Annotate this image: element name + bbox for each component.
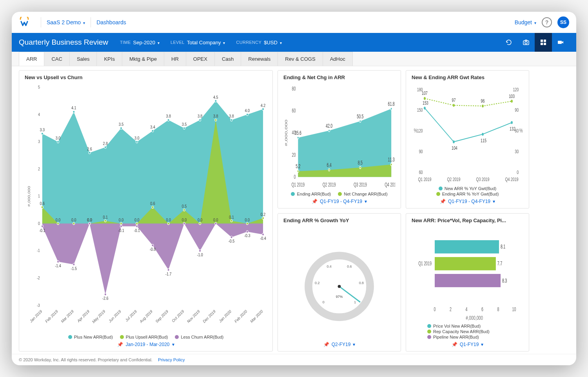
svg-point-36 xyxy=(183,127,185,129)
card-title: New ARR: Price*Vol, Rep Capacity, Pi... xyxy=(412,218,523,223)
level-selector[interactable]: LEVEL Total Company xyxy=(171,40,225,45)
svg-text:Q1 2019: Q1 2019 xyxy=(418,177,431,182)
svg-text:90: 90 xyxy=(419,149,423,154)
svg-text:-0.4: -0.4 xyxy=(260,236,266,241)
svg-point-96 xyxy=(183,222,185,225)
range-selector[interactable]: 📌Q1-FY19 - Q4-FY19▾ xyxy=(283,199,395,204)
help-icon[interactable]: ? xyxy=(542,17,552,27)
svg-text:0.6: 0.6 xyxy=(347,265,352,268)
svg-point-56 xyxy=(104,220,106,222)
privacy-link[interactable]: Privacy Policy xyxy=(158,357,185,362)
svg-point-28 xyxy=(120,127,122,129)
svg-text:Q3 2019: Q3 2019 xyxy=(476,177,490,182)
svg-text:Feb 2019: Feb 2019 xyxy=(45,309,58,324)
svg-point-68 xyxy=(199,222,201,225)
currency-selector[interactable]: CURRENCY $USD xyxy=(236,40,281,45)
grid-icon[interactable] xyxy=(535,33,552,52)
card-title: New & Ending ARR Gwt Rates xyxy=(412,74,523,80)
range-selector[interactable]: 📌Jan-2019 - Mar-2020▾ xyxy=(25,342,267,347)
svg-point-129 xyxy=(297,136,299,139)
breadcrumb-dashboards[interactable]: Dashboards xyxy=(96,19,126,25)
range-selector[interactable]: 📌Q1-FY19 - Q4-FY19▾ xyxy=(412,199,523,204)
svg-point-88 xyxy=(120,225,122,227)
card-title: New vs Upsell vs Churn xyxy=(25,74,267,80)
budget-selector[interactable]: Budget xyxy=(515,19,536,25)
svg-text:0.4: 0.4 xyxy=(327,265,331,268)
svg-text:Sep 2019: Sep 2019 xyxy=(155,309,169,324)
svg-point-90 xyxy=(136,225,138,227)
svg-text:150: 150 xyxy=(417,107,423,113)
svg-text:2: 2 xyxy=(38,167,40,171)
tab-arr[interactable]: ARR xyxy=(19,52,44,66)
svg-point-137 xyxy=(297,170,299,172)
svg-text:153: 153 xyxy=(423,100,428,105)
svg-text:-1.5: -1.5 xyxy=(71,266,77,271)
svg-text:Q2 2019: Q2 2019 xyxy=(323,182,336,187)
svg-text:6.4: 6.4 xyxy=(327,162,332,168)
svg-point-72 xyxy=(230,220,232,222)
svg-text:4: 4 xyxy=(465,306,467,312)
tab-hr[interactable]: HR xyxy=(164,52,186,66)
legend: Ending ARR(Bud) Net Change ARR(Bud) xyxy=(283,192,395,196)
svg-text:Q4 2019: Q4 2019 xyxy=(505,177,519,182)
svg-point-161 xyxy=(424,107,426,109)
svg-text:3.5: 3.5 xyxy=(119,122,124,127)
svg-text:Q2 2019: Q2 2019 xyxy=(447,177,460,182)
svg-point-78 xyxy=(41,225,43,227)
tab-mktg-pipe[interactable]: Mktg & Pipe xyxy=(122,52,164,66)
tab-cash[interactable]: Cash xyxy=(214,52,241,66)
svg-text:-0.1: -0.1 xyxy=(118,228,124,233)
svg-text:0.2: 0.2 xyxy=(261,212,265,217)
svg-text:8.1: 8.1 xyxy=(501,243,505,249)
svg-text:0: 0 xyxy=(323,300,325,304)
camera-icon[interactable] xyxy=(517,33,535,52)
svg-text:8.5: 8.5 xyxy=(358,160,363,165)
svg-text:May 2019: May 2019 xyxy=(91,309,106,324)
svg-text:3.3: 3.3 xyxy=(40,127,45,132)
svg-text:42.0: 42.0 xyxy=(326,123,332,129)
time-selector[interactable]: TIME Sep-2020 xyxy=(120,40,160,45)
svg-text:-3: -3 xyxy=(37,303,40,308)
video-icon[interactable] xyxy=(552,33,569,52)
svg-text:Apr 2019: Apr 2019 xyxy=(76,309,90,323)
svg-point-38 xyxy=(199,119,201,121)
refresh-icon[interactable] xyxy=(500,33,517,52)
tab-rev-cogs[interactable]: Rev & COGS xyxy=(278,52,323,66)
svg-text:-1.4: -1.4 xyxy=(55,263,61,268)
svg-rect-191 xyxy=(435,240,499,254)
svg-point-94 xyxy=(167,269,169,271)
tab-sales[interactable]: Sales xyxy=(69,52,97,66)
svg-text:3.4: 3.4 xyxy=(150,125,155,129)
svg-rect-2 xyxy=(541,40,543,42)
svg-text:4.2: 4.2 xyxy=(261,103,265,108)
range-selector[interactable]: 📌Q2-FY19▾ xyxy=(283,342,395,347)
svg-text:3.8: 3.8 xyxy=(229,114,234,119)
tab-adhoc[interactable]: AdHoc xyxy=(323,52,353,66)
tab-kpis[interactable]: KPIs xyxy=(96,52,122,66)
svg-point-22 xyxy=(73,111,75,113)
svg-line-188 xyxy=(339,286,360,302)
svg-text:132: 132 xyxy=(510,126,515,131)
avatar[interactable]: SS xyxy=(557,16,569,28)
tab-opex[interactable]: OPEX xyxy=(186,52,215,66)
svg-text:3.8: 3.8 xyxy=(213,114,218,119)
tenant-selector[interactable]: SaaS 2 Demo xyxy=(47,19,85,25)
svg-point-175 xyxy=(511,100,513,103)
range-selector[interactable]: 📌Q1-FY19▾ xyxy=(412,342,523,347)
card-gwt-rates: New & Ending ARR Gwt Rates 6090120150180… xyxy=(406,70,529,208)
svg-text:-0.8: -0.8 xyxy=(150,247,156,252)
svg-text:Jun 2019: Jun 2019 xyxy=(108,309,122,323)
tab-renewals[interactable]: Renewals xyxy=(241,52,278,66)
svg-point-131 xyxy=(328,129,330,132)
svg-point-98 xyxy=(199,250,201,252)
svg-point-143 xyxy=(390,163,392,166)
svg-point-46 xyxy=(262,108,264,110)
svg-point-34 xyxy=(167,119,169,121)
svg-text:5: 5 xyxy=(38,85,40,90)
svg-text:%: % xyxy=(414,127,417,134)
svg-text:#,000,000: #,000,000 xyxy=(27,186,31,207)
card-new-upsell-churn: New vs Upsell vs Churn -3-2-1012345#,000… xyxy=(19,70,273,352)
svg-text:#,000,000: #,000,000 xyxy=(284,120,289,146)
tab-cac[interactable]: CAC xyxy=(44,52,69,66)
svg-point-167 xyxy=(511,121,513,124)
